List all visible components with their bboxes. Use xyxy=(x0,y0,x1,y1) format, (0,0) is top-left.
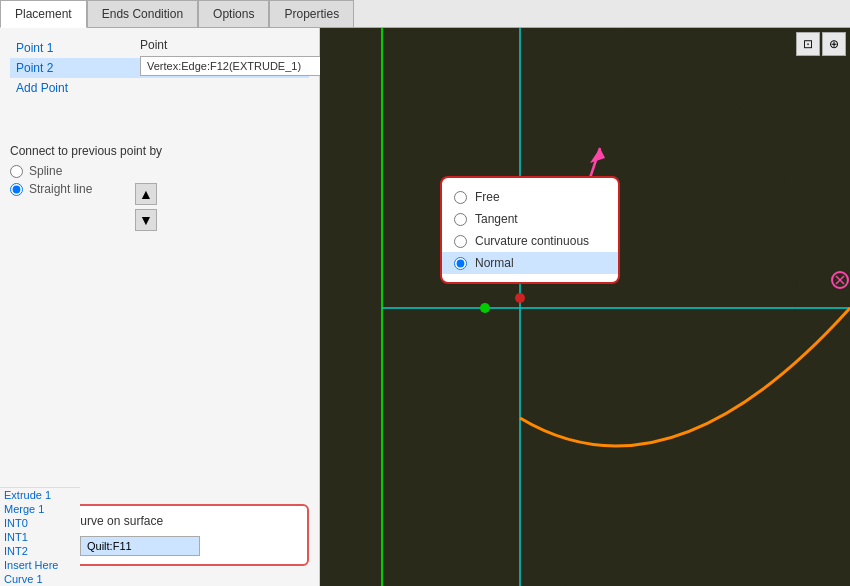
svg-marker-3 xyxy=(590,148,605,163)
svg-line-9 xyxy=(836,276,844,284)
viewport-svg xyxy=(320,28,850,586)
svg-point-5 xyxy=(515,293,525,303)
surface-input[interactable] xyxy=(80,536,200,556)
connect-label: Connect to previous point by xyxy=(10,144,309,158)
option-normal[interactable]: Normal xyxy=(442,252,618,274)
radio-straight-line[interactable]: Straight line xyxy=(10,182,309,196)
option-tangent[interactable]: Tangent xyxy=(454,208,606,230)
content-area: Point 1 Point 2 Add Point Point Con xyxy=(0,28,850,586)
viewport-toolbar: ⊡ ⊕ xyxy=(796,32,846,56)
tab-properties[interactable]: Properties xyxy=(269,0,354,27)
point-value-input[interactable] xyxy=(140,56,330,76)
connect-radio-group: Spline Straight line xyxy=(10,164,309,196)
sidebar-curve1[interactable]: Curve 1 xyxy=(0,572,80,586)
radio-spline[interactable]: Spline xyxy=(10,164,309,178)
option-free[interactable]: Free xyxy=(454,186,606,208)
connect-section: Connect to previous point by Spline Stra… xyxy=(10,144,309,206)
sidebar-int2[interactable]: INT2 xyxy=(0,544,80,558)
tab-placement[interactable]: Placement xyxy=(0,0,87,28)
sidebar-int0[interactable]: INT0 xyxy=(0,516,80,530)
sidebar-extrude1[interactable]: Extrude 1 xyxy=(0,488,80,502)
svg-point-7 xyxy=(832,272,848,288)
sidebar-list: Extrude 1 Merge 1 INT0 INT1 INT2 Insert … xyxy=(0,487,80,586)
tab-ends-condition[interactable]: Ends Condition xyxy=(87,0,198,27)
svg-point-4 xyxy=(480,303,490,313)
viewport: ⊡ ⊕ xyxy=(320,28,850,586)
svg-line-8 xyxy=(836,276,844,284)
option-curvature-continuous[interactable]: Curvature continuous xyxy=(454,230,606,252)
main-container: Placement Ends Condition Options Propert… xyxy=(0,0,850,586)
point-label: Point xyxy=(140,38,309,52)
arrow-down-button[interactable]: ▼ xyxy=(135,209,157,231)
dropdown-popup: Free Tangent Curvature continuous Normal xyxy=(440,176,620,284)
tab-bar: Placement Ends Condition Options Propert… xyxy=(0,0,850,28)
sidebar-int1[interactable]: INT1 xyxy=(0,530,80,544)
zoom-in-icon[interactable]: ⊕ xyxy=(822,32,846,56)
sidebar-merge1[interactable]: Merge 1 xyxy=(0,502,80,516)
tab-options[interactable]: Options xyxy=(198,0,269,27)
zoom-fit-icon[interactable]: ⊡ xyxy=(796,32,820,56)
left-panel: Point 1 Point 2 Add Point Point Con xyxy=(0,28,320,586)
arrow-button-group: ▲ ▼ xyxy=(125,183,157,231)
sidebar-insert-here[interactable]: Insert Here xyxy=(0,558,80,572)
point-section: Point xyxy=(140,38,309,84)
arrow-up-button[interactable]: ▲ xyxy=(135,183,157,205)
